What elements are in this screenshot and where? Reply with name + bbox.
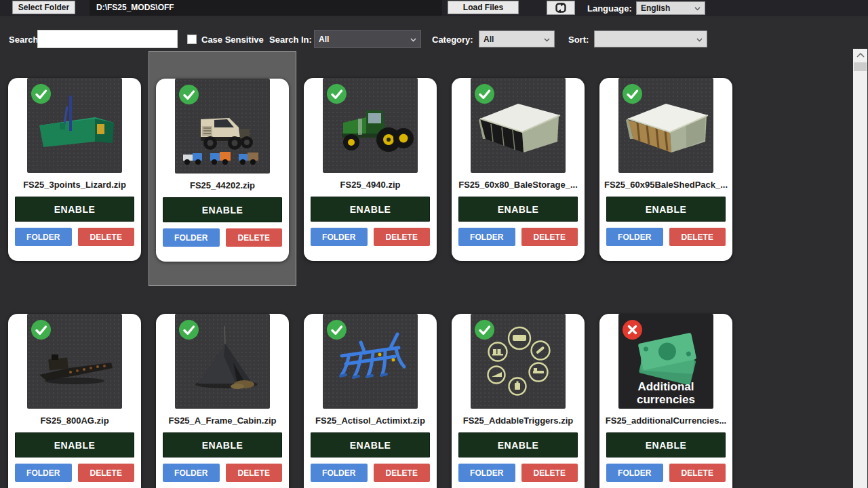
check-icon	[179, 85, 199, 104]
thumbnail-caption: Additional currencies	[618, 380, 713, 406]
enable-button[interactable]: ENABLE	[15, 197, 134, 222]
delete-button[interactable]: DELETE	[521, 464, 578, 482]
x-icon	[623, 320, 642, 340]
mod-cell: FS25_4940.zip ENABLE FOLDER DELETE	[296, 51, 444, 286]
mod-card[interactable]: FS25_60x95BaleShedPack_... ENABLE FOLDER…	[599, 78, 732, 261]
status-enabled-icon	[31, 84, 51, 104]
folder-button[interactable]: FOLDER	[311, 464, 368, 482]
mod-filename: FS25_60x95BaleShedPack_...	[599, 180, 732, 190]
delete-button[interactable]: DELETE	[669, 228, 726, 246]
status-enabled-icon	[31, 320, 51, 340]
load-files-button[interactable]: Load Files	[448, 1, 519, 14]
enable-button[interactable]: ENABLE	[311, 432, 430, 458]
mod-card[interactable]: FS25_A_Frame_Cabin.zip ENABLE FOLDER DEL…	[156, 314, 289, 488]
search-input[interactable]	[37, 30, 178, 48]
mod-cell: FS25_AddableTriggers.zip ENABLE FOLDER D…	[444, 287, 592, 488]
mod-filename: FS25_3points_Lizard.zip	[8, 180, 141, 190]
mod-cell: FS25_Actisol_Actimixt.zip ENABLE FOLDER …	[296, 287, 444, 488]
sort-label: Sort:	[568, 35, 589, 45]
sort-select[interactable]	[594, 30, 707, 47]
chevron-up-icon	[856, 53, 865, 58]
check-icon	[475, 84, 494, 104]
folder-button[interactable]: FOLDER	[458, 228, 515, 246]
check-icon	[31, 320, 51, 340]
mod-card[interactable]: FS25_800AG.zip ENABLE FOLDER DELETE	[8, 314, 141, 488]
enable-button[interactable]: ENABLE	[163, 197, 282, 222]
chevron-down-icon	[544, 35, 550, 44]
folder-path-field[interactable]: D:\FS25_MODS\OFF	[90, 0, 442, 16]
folder-button[interactable]: FOLDER	[606, 228, 663, 246]
enable-button[interactable]: ENABLE	[458, 197, 578, 222]
select-folder-button[interactable]: Select Folder	[12, 1, 75, 14]
enable-button[interactable]: ENABLE	[311, 197, 430, 222]
mod-card[interactable]: FS25_4940.zip ENABLE FOLDER DELETE	[304, 78, 437, 261]
mod-filename: FS25_additionalCurrencies...	[599, 415, 732, 426]
language-select[interactable]: English	[636, 1, 705, 15]
delete-button[interactable]: DELETE	[374, 464, 431, 482]
refresh-button[interactable]	[547, 1, 575, 15]
delete-button[interactable]: DELETE	[521, 228, 578, 246]
check-icon	[327, 84, 347, 104]
category-select[interactable]: All	[479, 30, 555, 47]
category-select-value: All	[484, 35, 544, 44]
status-enabled-icon	[475, 84, 494, 104]
chevron-down-icon	[694, 3, 701, 13]
language-select-value: English	[641, 3, 694, 13]
mod-filename: FS25_60x80_BaleStorage_...	[452, 180, 585, 190]
mod-thumbnail: Additional currencies	[618, 314, 713, 409]
folder-button[interactable]: FOLDER	[15, 228, 72, 246]
enable-button[interactable]: ENABLE	[15, 432, 134, 458]
mod-filename: FS25_800AG.zip	[8, 415, 141, 426]
mod-thumbnail	[471, 314, 566, 409]
mod-card[interactable]: FS25_44202.zip ENABLE FOLDER DELETE	[156, 79, 289, 262]
mod-card[interactable]: Additional currencies FS25_additionalCur…	[599, 314, 732, 488]
status-enabled-icon	[327, 320, 347, 340]
mod-filename: FS25_Actisol_Actimixt.zip	[304, 415, 437, 426]
mod-card[interactable]: FS25_3points_Lizard.zip ENABLE FOLDER DE…	[8, 78, 141, 261]
enable-button[interactable]: ENABLE	[606, 432, 726, 458]
delete-button[interactable]: DELETE	[374, 228, 431, 246]
category-label: Category:	[432, 35, 473, 45]
delete-button[interactable]: DELETE	[78, 228, 135, 246]
delete-button[interactable]: DELETE	[226, 464, 283, 482]
mod-card[interactable]: FS25_AddableTriggers.zip ENABLE FOLDER D…	[452, 314, 585, 488]
mod-card[interactable]: FS25_Actisol_Actimixt.zip ENABLE FOLDER …	[304, 314, 437, 488]
mod-filename: FS25_A_Frame_Cabin.zip	[156, 415, 289, 426]
status-enabled-icon	[475, 320, 494, 340]
mod-card[interactable]: FS25_60x80_BaleStorage_... ENABLE FOLDER…	[452, 78, 585, 261]
scroll-up-button[interactable]	[853, 49, 867, 61]
folder-button[interactable]: FOLDER	[15, 464, 72, 482]
mod-cell: Additional currencies FS25_additionalCur…	[592, 287, 740, 488]
case-sensitive-checkbox[interactable]	[187, 35, 197, 44]
vertical-scrollbar[interactable]	[853, 49, 867, 488]
search-in-select-value: All	[319, 35, 410, 44]
enable-button[interactable]: ENABLE	[458, 432, 578, 458]
folder-button[interactable]: FOLDER	[163, 464, 220, 482]
status-error-icon	[623, 320, 642, 340]
mod-filename: FS25_44202.zip	[156, 180, 289, 190]
enable-button[interactable]: ENABLE	[163, 432, 282, 458]
status-enabled-icon	[327, 84, 347, 104]
folder-button[interactable]: FOLDER	[163, 228, 220, 247]
folder-button[interactable]: FOLDER	[311, 228, 368, 246]
mod-thumbnail	[27, 314, 122, 409]
case-sensitive-label: Case Sensitive	[201, 35, 264, 45]
check-icon	[179, 320, 199, 340]
mod-thumbnail	[323, 78, 418, 173]
mod-cell: FS25_800AG.zip ENABLE FOLDER DELETE	[1, 287, 149, 488]
mod-cell: FS25_60x80_BaleStorage_... ENABLE FOLDER…	[444, 51, 592, 286]
check-icon	[623, 84, 642, 104]
delete-button[interactable]: DELETE	[78, 464, 135, 482]
folder-button[interactable]: FOLDER	[458, 464, 515, 482]
enable-button[interactable]: ENABLE	[606, 197, 726, 222]
search-in-select[interactable]: All	[314, 30, 421, 48]
search-in-label: Search In:	[269, 35, 312, 45]
delete-button[interactable]: DELETE	[669, 464, 726, 482]
folder-button[interactable]: FOLDER	[606, 464, 663, 482]
scrollbar-thumb[interactable]	[854, 62, 867, 71]
delete-button[interactable]: DELETE	[226, 228, 283, 247]
check-icon	[31, 84, 51, 104]
mod-cell: FS25_A_Frame_Cabin.zip ENABLE FOLDER DEL…	[149, 287, 296, 488]
sync-icon	[555, 3, 566, 13]
mod-thumbnail	[471, 78, 566, 173]
